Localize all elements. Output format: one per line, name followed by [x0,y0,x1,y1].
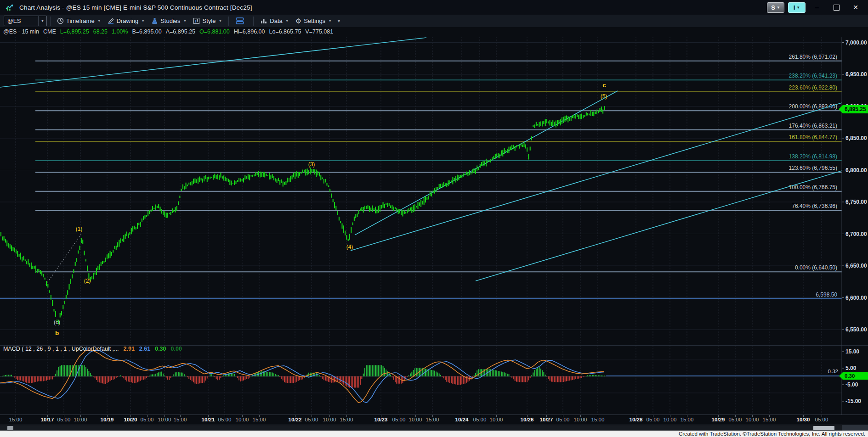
macd-histogram-positive [1,365,604,377]
chart-analysis-window: Chart Analysis - @ES 15 min [CME] E-mini… [0,0,868,437]
price-axis-label: 6,550.00 [845,326,867,333]
price-axis-label: 6,700.00 [845,231,867,237]
quote-segment: CME [43,28,56,35]
time-axis-label: 15:00 [174,417,187,422]
quote-segment: Hi=6,896.00 [234,28,265,35]
quote-segment: 1.00% [112,28,128,35]
bar-chart-icon [260,17,267,24]
macd-axis-label: 5.00 [845,365,857,371]
chevron-down-icon: ▼ [97,19,101,23]
time-axis-label: 10:00 [664,417,677,422]
wave-label[interactable]: (3) [308,161,315,168]
price-chart-svg[interactable]: 261.80% (6,971.02)238.20% (6,941.23)223.… [0,27,868,345]
quote-segment: A=6,895.25 [166,28,195,35]
chart-area[interactable]: @ES - 15 minCMEL=6,895.2568.251.00%B=6,8… [0,27,868,431]
horizontal-scrollbar[interactable] [0,425,868,431]
macd-badge-text: 0.30 [845,373,855,379]
timeframe-label: Timeframe [66,17,95,24]
style-label: Style [202,17,216,24]
time-axis-label: 10:00 [158,417,171,422]
price-axis-label: 6,800.00 [845,167,867,174]
stacked-bars-icon [235,17,244,25]
style-menu[interactable]: Style ▼ [190,15,225,27]
time-axis-label: 05:00 [729,417,742,422]
toolbar: @ES ▼ Timeframe ▼ Drawing ▼ Studies ▼ [0,15,868,28]
chevron-down-icon: ▼ [328,19,332,23]
wave-label[interactable]: (5) [601,93,607,100]
maximize-button[interactable] [828,1,844,13]
studies-label: Studies [160,17,180,24]
fib-label: 76.40% (6,736.96) [792,203,837,209]
macd-last-value-label: 0.32 [828,369,838,374]
wave-label[interactable]: b [55,330,59,336]
chevron-down-icon: ▼ [141,19,145,23]
time-axis-label: 15:00 [253,417,266,422]
tradestation-chart-icon [6,3,15,11]
interval-button[interactable]: I▼ [788,2,806,13]
trendlines [0,38,842,285]
price-axis-label: 6,600.00 [845,295,867,301]
time-axis-label: 10:00 [574,417,587,422]
macd-chart-svg[interactable]: 15.005.00-5.00-15.000.320.30 [0,345,868,415]
trendline[interactable] [476,171,842,281]
fib-label: 238.20% (6,941.23) [789,73,837,79]
time-axis-label: 10/28 [630,417,643,422]
chevron-down-icon[interactable]: ▼ [335,19,343,23]
toolbar-separator [228,17,229,26]
studies-menu[interactable]: Studies ▼ [148,15,190,27]
settings-menu[interactable]: ⚙ Settings ▼ [292,15,335,27]
quote-segment: 68.25 [93,28,108,35]
wave-label[interactable]: (4) [346,244,353,250]
settings-label: Settings [304,17,325,24]
macd-header: MACD ( 12 , 26 , 9 , 1 , 1 , UpColorDefa… [3,346,182,352]
vertical-gridlines [16,345,822,415]
session-button[interactable]: S▼ [767,2,784,13]
wave-label[interactable]: (c) [54,319,60,325]
time-axis-label: 10/21 [202,417,215,422]
symbol-value: @ES [4,18,38,24]
scrollbar-thumb[interactable] [813,426,834,430]
trendline[interactable] [351,103,842,251]
time-axis-label: 15:00 [763,417,776,422]
wave-label[interactable]: c [602,82,606,89]
window-title: Chart Analysis - @ES 15 min [CME] E-mini… [19,4,252,11]
title-bar: Chart Analysis - @ES 15 min [CME] E-mini… [0,0,868,15]
time-axis-label: 15:00 [426,417,439,422]
chevron-down-icon[interactable]: ▼ [38,16,46,26]
time-axis-label: 10:00 [490,417,503,422]
time-axis-label: 10/23 [374,417,388,422]
time-axis-label: 10:00 [409,417,422,422]
fib-label: 0.00% (6,640.50) [795,264,837,271]
last-price-badge-text: 6,895.25 [845,106,866,112]
symbol-combo[interactable]: @ES ▼ [4,16,47,26]
time-axis-label: 10/19 [101,417,114,422]
time-axis-label: 10:00 [236,417,249,422]
maximize-icon [834,5,840,11]
time-axis-label: 10:00 [746,417,759,422]
time-axis-label: 05:00 [556,417,570,422]
copyright-text: Created with TradeStation. ©TradeStation… [679,431,868,437]
minimize-button[interactable]: – [809,1,825,13]
status-bar: Created with TradeStation. ©TradeStation… [0,431,868,437]
quote-segment: O=6,881.00 [199,28,230,35]
time-axis-label: 10/17 [41,417,54,422]
quote-line: @ES - 15 minCMEL=6,895.2568.251.00%B=6,8… [3,28,337,36]
price-axis-label: 6,650.00 [845,263,867,269]
timeframe-menu[interactable]: Timeframe ▼ [54,15,104,27]
macd-value: 0.30 [155,346,166,352]
time-axis-label: 10/22 [289,417,302,422]
macd-study-label[interactable]: MACD ( 12 , 26 , 9 , 1 , 1 , UpColorDefa… [3,346,119,352]
time-axis-label: 15:00 [681,417,694,422]
quote-segment: V=775,081 [305,28,333,35]
wave-label[interactable]: (2) [84,278,91,284]
wave-label[interactable]: (1) [76,226,83,232]
time-axis-label: 05:00 [473,417,487,422]
drawing-menu[interactable]: Drawing ▼ [104,15,148,27]
drawing-label: Drawing [117,17,139,24]
link-sessions-button[interactable] [232,15,250,27]
close-button[interactable]: ✕ [848,1,863,13]
price-axis-label: 6,950.00 [845,71,867,78]
scrollbar-left-block[interactable] [7,426,13,430]
macd-axis-label: -5.00 [845,381,858,388]
data-menu[interactable]: Data ▼ [257,15,292,27]
